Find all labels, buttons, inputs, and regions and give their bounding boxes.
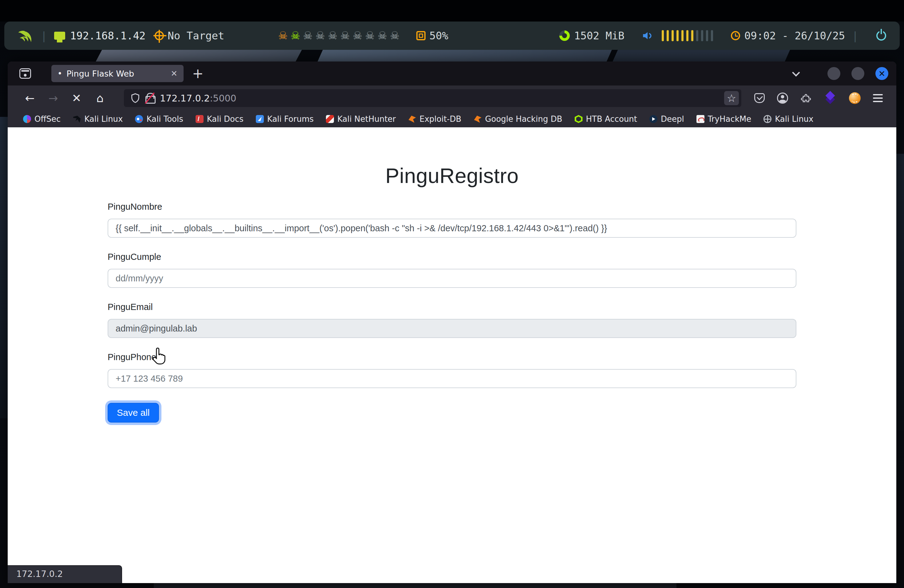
tab-strip: • Pingu Flask Web ✕ + ✕ xyxy=(8,62,896,85)
globe-icon xyxy=(763,115,771,123)
kali-nethunter-icon xyxy=(326,115,334,123)
pingucumple-input[interactable] xyxy=(107,269,797,288)
kali-docs-icon xyxy=(196,115,204,123)
network-monitor-icon xyxy=(54,32,65,40)
memory-pie-icon xyxy=(559,30,570,41)
bookmark-kali-linux-globe[interactable]: Kali Linux xyxy=(763,114,813,123)
forward-button[interactable]: → xyxy=(41,92,65,105)
workspace-switcher[interactable]: ☠ ☠ ☠ ☠ ☠ ☠ ☠ ☠ ☠ ☠ xyxy=(278,30,400,41)
desktop-top-strip xyxy=(0,0,904,22)
bookmark-kali-tools[interactable]: Kali Tools xyxy=(135,114,183,123)
volume-level-bars[interactable] xyxy=(662,30,713,41)
workspace-skull-icon[interactable]: ☠ xyxy=(328,30,337,41)
toolbar-icons xyxy=(754,91,883,105)
memory-usage: 1502 MiB xyxy=(574,30,624,42)
panel-clock: 09:02 - 26/10/25 xyxy=(744,30,845,42)
workspace-skull-icon[interactable]: ☠ xyxy=(353,30,362,41)
tab-close-icon[interactable]: ✕ xyxy=(171,69,177,78)
bookmark-exploit-db[interactable]: Exploit-DB xyxy=(408,114,461,123)
wallpaper-shape xyxy=(154,582,676,588)
panel-separator: | xyxy=(41,30,47,42)
bookmark-offsec[interactable]: OffSec xyxy=(23,114,60,123)
kali-tools-icon xyxy=(135,115,143,123)
insecure-lock-icon[interactable] xyxy=(145,93,154,104)
bookmark-kali-linux[interactable]: Kali Linux xyxy=(73,114,123,123)
url-port: :5000 xyxy=(210,93,236,104)
kali-forums-icon xyxy=(256,115,264,123)
minimize-button[interactable] xyxy=(827,67,840,80)
stop-button[interactable]: ✕ xyxy=(65,92,88,105)
pinguphone-label: PinguPhone xyxy=(107,352,797,362)
deepl-icon xyxy=(650,115,657,123)
extension-orange-globe-icon[interactable] xyxy=(849,92,861,104)
account-icon[interactable] xyxy=(777,93,788,104)
clock-icon xyxy=(731,31,740,40)
bookmark-kali-forums[interactable]: Kali Forums xyxy=(256,114,314,123)
bookmark-deepl[interactable]: Deepl xyxy=(650,114,684,123)
extension-diamond-icon[interactable] xyxy=(824,91,837,105)
ghdb-bird-icon xyxy=(474,115,482,123)
pinguphone-input[interactable] xyxy=(107,369,797,388)
hamburger-menu-icon[interactable] xyxy=(873,94,883,102)
page-title: PinguRegistro xyxy=(107,164,797,188)
bookmark-htb-account[interactable]: HTB Account xyxy=(575,114,637,123)
target-icon xyxy=(155,31,164,40)
firefox-window: • Pingu Flask Web ✕ + ✕ ← → ✕ ⌂ 172.17.0… xyxy=(8,62,896,583)
bookmark-star-icon[interactable]: ☆ xyxy=(724,91,739,105)
bookmarks-toolbar: OffSec Kali Linux Kali Tools Kali Docs K… xyxy=(8,111,896,127)
bookmark-google-hacking-db[interactable]: Google Hacking DB xyxy=(474,114,562,123)
tryhackme-icon xyxy=(697,115,705,123)
firefox-view-icon[interactable] xyxy=(19,68,31,79)
workspace-skull-icon[interactable]: ☠ xyxy=(303,30,312,41)
workspace-skull-icon-active[interactable]: ☠ xyxy=(278,30,288,41)
cpu-chip-icon xyxy=(416,31,425,40)
tracking-shield-icon[interactable] xyxy=(130,93,141,103)
pinguemail-input[interactable] xyxy=(107,319,797,338)
offsec-icon xyxy=(23,115,31,123)
htb-cube-icon xyxy=(575,115,583,123)
save-all-button[interactable]: Save all xyxy=(107,403,159,422)
pocket-icon[interactable] xyxy=(754,93,765,103)
workspace-skull-icon-occupied[interactable]: ☠ xyxy=(291,30,300,41)
tab-pingu-flask-web[interactable]: • Pingu Flask Web ✕ xyxy=(51,65,183,82)
kali-dragon-icon[interactable] xyxy=(18,28,34,43)
list-tabs-chevron-icon[interactable] xyxy=(792,69,800,76)
volume-speaker-icon[interactable] xyxy=(642,30,654,41)
pingunombre-input[interactable] xyxy=(107,219,797,238)
bookmark-tryhackme[interactable]: TryHackMe xyxy=(697,114,751,123)
workspace-skull-icon[interactable]: ☠ xyxy=(378,30,387,41)
cpu-usage: 50% xyxy=(429,30,448,42)
workspace-skull-icon[interactable]: ☠ xyxy=(390,30,400,41)
url-bar[interactable]: 172.17.0.2 :5000 ☆ xyxy=(124,89,741,107)
kali-panel: | 192.168.1.42 No Target ☠ ☠ ☠ ☠ ☠ ☠ ☠ ☠… xyxy=(4,22,900,50)
workspace-skull-icon[interactable]: ☠ xyxy=(340,30,350,41)
tab-modified-dot: • xyxy=(57,69,62,78)
panel-ip-address: 192.168.1.42 xyxy=(70,30,146,42)
wallpaper-shape xyxy=(896,154,904,430)
back-button[interactable]: ← xyxy=(18,92,41,105)
bookmark-kali-nethunter[interactable]: Kali NetHunter xyxy=(326,114,396,123)
bookmark-kali-docs[interactable]: Kali Docs xyxy=(196,114,243,123)
kali-dragon-icon xyxy=(73,115,81,123)
registration-form: PinguNombre PinguCumple PinguEmail Pingu… xyxy=(107,202,797,422)
power-icon[interactable] xyxy=(876,31,886,41)
extensions-puzzle-icon[interactable] xyxy=(800,93,811,104)
new-tab-button[interactable]: + xyxy=(192,67,204,80)
workspace-skull-icon[interactable]: ☠ xyxy=(365,30,375,41)
panel-separator: | xyxy=(852,30,858,42)
page-content: PinguRegistro PinguNombre PinguCumple Pi… xyxy=(8,127,896,583)
pinguemail-label: PinguEmail xyxy=(107,302,797,312)
window-close-button[interactable]: ✕ xyxy=(876,67,888,80)
status-url-tooltip: 172.17.0.2 xyxy=(8,565,122,583)
panel-target-label: No Target xyxy=(168,30,224,42)
wallpaper-shape xyxy=(0,117,8,418)
pingunombre-label: PinguNombre xyxy=(107,202,797,212)
exploit-db-bird-icon xyxy=(408,115,416,123)
url-host: 172.17.0.2 xyxy=(160,93,210,104)
home-button[interactable]: ⌂ xyxy=(88,92,112,105)
pingucumple-label: PinguCumple xyxy=(107,252,797,262)
workspace-skull-icon[interactable]: ☠ xyxy=(316,30,325,41)
tab-title: Pingu Flask Web xyxy=(66,69,167,78)
maximize-button[interactable] xyxy=(852,67,864,80)
navigation-toolbar: ← → ✕ ⌂ 172.17.0.2 :5000 ☆ xyxy=(8,85,896,111)
